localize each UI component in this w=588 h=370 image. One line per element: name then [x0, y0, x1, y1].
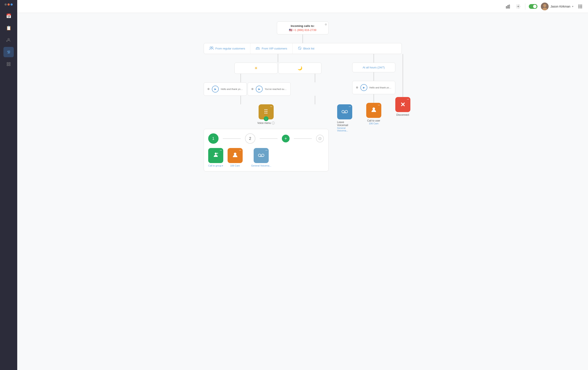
branch-container: ⚙ From regular customers — [204, 43, 402, 54]
disconnect-icon[interactable]: ✕ ••• — [395, 97, 410, 112]
sidebar-item-tags[interactable] — [3, 59, 14, 69]
voicemail-icon — [341, 109, 348, 115]
voicemail-menu-icon[interactable]: ••• — [254, 148, 269, 163]
svg-point-12 — [543, 4, 546, 7]
svg-point-32 — [262, 154, 264, 157]
voicemail-dots: ••• — [349, 106, 351, 108]
voicemail-col-menu: ••• General Voicema... — [251, 148, 272, 167]
voicemail-menu-dots: ••• — [265, 149, 267, 151]
greeting-2-node[interactable]: ⚙ You've reached our o... — [248, 82, 291, 96]
sidebar-item-contacts[interactable]: 📋 — [3, 23, 14, 33]
main-content: ⚙ Incoming calls to: 🇺🇸 +1 (866) 816-273… — [17, 13, 588, 370]
vip-time-box[interactable]: At all hours (24/7) — [352, 63, 395, 72]
nighttime-box[interactable]: 🌙 — [278, 63, 321, 74]
block-list-label: Block list — [303, 47, 314, 50]
block-icon — [298, 46, 302, 51]
daytime-box[interactable]: ☀ — [234, 63, 278, 74]
svg-point-0 — [8, 39, 9, 40]
avatar — [541, 3, 549, 10]
svg-point-37 — [372, 107, 375, 110]
branch-box: From regular customers From VIP customer… — [204, 43, 402, 54]
call-user-icon — [371, 107, 377, 114]
greeting3-gear[interactable]: ⚙ — [356, 86, 358, 89]
v-conn-vip2 — [374, 72, 374, 81]
sidebar-item-integrations[interactable] — [3, 47, 14, 57]
voicemenu-dots: ••• — [270, 106, 272, 108]
play3-icon — [360, 84, 367, 91]
svg-rect-7 — [506, 6, 507, 8]
call-to-user-col: ••• Call to user 106 Cam — [366, 103, 381, 125]
call-to-group-dropdown[interactable]: ▾ — [222, 165, 223, 167]
leave-voicemail-icon[interactable]: ••• — [337, 104, 352, 119]
settings-icon[interactable] — [515, 3, 522, 10]
dialpad-icon[interactable] — [577, 3, 584, 10]
flag-icon: 🇺🇸 — [289, 28, 292, 32]
disconnect-label: Disconnect — [396, 113, 409, 116]
svg-point-14 — [578, 5, 579, 5]
option-1-circle[interactable]: 1 — [208, 133, 219, 144]
call-to-user-icon[interactable]: ••• — [366, 103, 381, 118]
option-line-3 — [294, 138, 312, 139]
incoming-phone: 🇺🇸 +1 (866) 816-2739 — [289, 28, 316, 32]
call-to-group-icon[interactable]: ••• — [208, 148, 223, 163]
svg-point-1 — [8, 51, 9, 52]
v-conn-day — [241, 74, 241, 82]
user-menu[interactable]: Jason Kirkman ▾ — [541, 3, 573, 10]
connector-1 — [303, 34, 303, 43]
play1-icon — [212, 86, 219, 92]
svg-rect-6 — [9, 65, 10, 66]
voice-menu-col: ⠿ ••• ↓ Voice menu i — [204, 104, 329, 171]
info-icon: i — [272, 121, 275, 125]
regular-customers-branch[interactable]: From regular customers — [204, 43, 251, 54]
greeting1-gear[interactable]: ⚙ — [207, 88, 210, 90]
cam-col: ••• 106 Cam — [228, 148, 243, 167]
user-chevron-icon: ▾ — [572, 5, 573, 8]
svg-point-24 — [211, 47, 213, 48]
call-user-dots: ••• — [378, 104, 380, 106]
greeting3-text: Hello and thank you f... — [369, 86, 392, 89]
greeting-1-node[interactable]: ⚙ Hello and thank you f... — [204, 82, 247, 96]
svg-rect-8 — [508, 5, 509, 8]
incoming-calls-node[interactable]: ⚙ Incoming calls to: 🇺🇸 +1 (866) 816-273… — [277, 21, 329, 34]
cam-dots: ••• — [239, 149, 241, 151]
v-conn-night — [315, 74, 315, 82]
v-conn-vip3 — [374, 94, 374, 103]
menu-options-panel: 1 2 + — [204, 129, 329, 171]
regular-icon — [209, 46, 214, 51]
option-line-2 — [260, 138, 278, 139]
x-icon: ✕ — [400, 101, 405, 108]
option-row-1: 1 2 + — [208, 133, 324, 144]
greeting2-gear[interactable]: ⚙ — [251, 88, 254, 90]
stats-icon[interactable] — [504, 3, 511, 10]
leave-voicemail-col: ••• Leave Voicemail General Voicema... — [337, 104, 352, 132]
greeting-3-node[interactable]: ⚙ Hello and thank you f... — [352, 81, 395, 94]
block-list-branch[interactable]: Block list — [293, 43, 319, 54]
vip-customers-branch[interactable]: From VIP customers — [250, 43, 292, 54]
timeout-circle[interactable] — [316, 135, 324, 142]
add-option-button[interactable]: + — [282, 135, 290, 142]
user-name: Jason Kirkman — [550, 5, 570, 8]
option-2-circle[interactable]: 2 — [245, 133, 255, 144]
vip-icon — [256, 46, 260, 51]
user-icon — [232, 152, 238, 160]
flow-chart: ⚙ Incoming calls to: 🇺🇸 +1 (866) 816-273… — [26, 21, 579, 171]
disconnect-col: ✕ ••• Disconnect — [395, 97, 410, 116]
svg-point-29 — [217, 153, 218, 154]
voicemail-menu-label: General Voicema... — [251, 164, 272, 167]
sidebar-item-agent[interactable] — [3, 35, 14, 45]
greeting2-text: You've reached our o... — [265, 88, 287, 90]
action-row-left: ⠿ ••• ↓ Voice menu i — [204, 104, 352, 171]
play-row-left: ⚙ Hello and thank you f... ⚙ You've reac… — [204, 82, 352, 96]
svg-line-26 — [298, 47, 301, 50]
vip-flow: ⚙ At all hours (24/7) ⚙ Hello and thank … — [352, 54, 395, 125]
vip-label: From VIP customers — [262, 47, 287, 50]
block-flow: ✕ ••• Disconnect — [395, 54, 410, 116]
cam-icon[interactable]: ••• — [228, 148, 243, 163]
sidebar-item-phone[interactable]: 📅 — [3, 11, 14, 21]
call-to-user-label: Call to user — [367, 119, 380, 122]
incoming-gear-icon[interactable]: ⚙ — [325, 23, 327, 26]
status-toggle[interactable] — [529, 4, 537, 9]
v-conn-p1 — [241, 96, 241, 104]
call-to-group-col: ••• Call to group ▾ — [208, 148, 223, 167]
leave-voicemail-sub: General Voicema... — [337, 127, 352, 132]
